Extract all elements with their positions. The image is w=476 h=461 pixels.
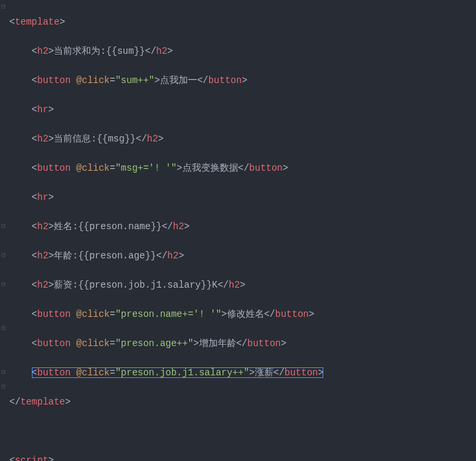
code-line: <h2>当前求和为:{{sum}}</h2> <box>9 44 476 58</box>
code-line: <button @click="preson.age++">增加年龄</butt… <box>9 336 476 351</box>
fold-icon[interactable]: ⊟ <box>0 219 9 234</box>
code-area[interactable]: <template> <h2>当前求和为:{{sum}}</h2> <butto… <box>9 0 476 461</box>
code-line: <button @click="sum++">点我加一</button> <box>9 73 476 88</box>
fold-icon[interactable]: ⊟ <box>0 380 9 395</box>
code-line <box>9 424 476 438</box>
fold-icon[interactable]: ⊟ <box>0 278 9 292</box>
fold-icon[interactable]: ⊟ <box>0 248 9 263</box>
code-line: <button @click="preson.name+='! '">修改姓名<… <box>9 307 476 322</box>
code-line: <button @click="msg+='! '">点我变换数据</butto… <box>9 161 476 175</box>
code-line: <hr> <box>9 102 476 117</box>
code-line: <h2>当前信息:{{msg}}</h2> <box>9 132 476 146</box>
code-editor[interactable]: ⊟ ⊟ ⊟ ⊟ ⊟ ⊟ ⊟ <template> <h2>当前求和为:{{sum… <box>0 0 476 461</box>
fold-icon[interactable]: ⊟ <box>0 365 9 380</box>
code-line: <h2>年龄:{{preson.age}}</h2> <box>9 248 476 263</box>
code-line: <hr> <box>9 190 476 205</box>
code-line: <h2>姓名:{{preson.name}}</h2> <box>9 219 476 234</box>
code-line: <h2>薪资:{{preson.job.j1.salary}}K</h2> <box>9 278 476 292</box>
fold-gutter: ⊟ ⊟ ⊟ ⊟ ⊟ ⊟ ⊟ <box>0 0 9 461</box>
code-line: <script> <box>9 453 476 461</box>
code-line: <template> <box>9 15 476 29</box>
code-line: </template> <box>9 395 476 409</box>
code-line: <button @click="preson.job.j1.salary++">… <box>9 365 476 380</box>
fold-icon[interactable]: ⊟ <box>0 322 9 336</box>
fold-icon[interactable]: ⊟ <box>0 0 9 15</box>
